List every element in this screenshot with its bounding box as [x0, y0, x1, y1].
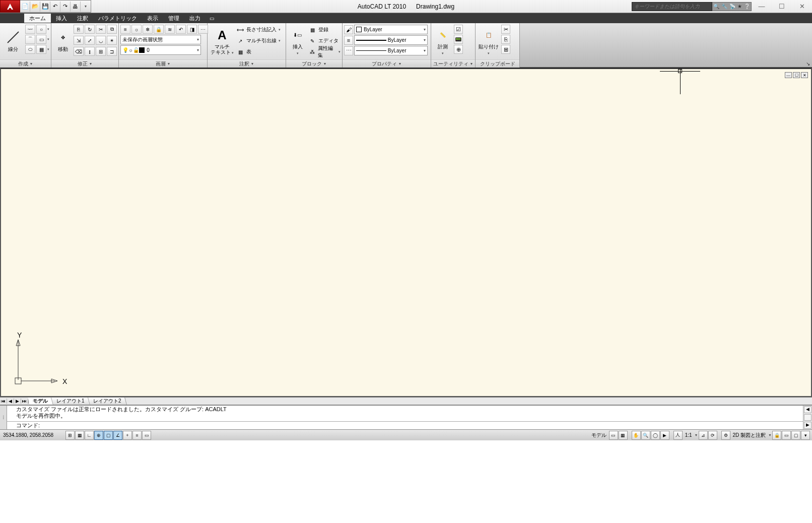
qat-save-icon[interactable]: 💾: [40, 2, 50, 12]
array-icon[interactable]: ⊞: [96, 47, 106, 56]
dyn-toggle[interactable]: +: [123, 431, 132, 440]
tab-last-icon[interactable]: ⏭: [21, 399, 28, 404]
block-editor-button[interactable]: ✎エディタ: [308, 36, 341, 46]
qat-open-icon[interactable]: 📂: [30, 2, 40, 12]
mtext-button[interactable]: A マルチテキスト ▾: [209, 25, 235, 58]
maximize-button[interactable]: ☐: [772, 0, 792, 13]
close-button[interactable]: ✕: [792, 0, 812, 13]
help-icon[interactable]: ❔: [744, 4, 750, 9]
explode-icon[interactable]: ✴: [107, 36, 117, 45]
ortho-toggle[interactable]: ∟: [85, 431, 94, 440]
id-point-icon[interactable]: ⊕: [454, 45, 463, 54]
tab-annotate[interactable]: 注釈: [72, 14, 93, 23]
circle-icon[interactable]: ○: [36, 25, 46, 34]
qat-new-icon[interactable]: 📄: [20, 2, 30, 12]
panel-launcher-icon[interactable]: ↘: [806, 61, 810, 67]
annotation-scale[interactable]: 1:1: [683, 432, 694, 438]
layer-iso-icon[interactable]: ◨: [187, 25, 197, 34]
osnap-toggle[interactable]: ▢: [104, 431, 113, 440]
fillet-icon[interactable]: ◡: [96, 36, 106, 45]
qat-print-icon[interactable]: 🖶: [71, 2, 81, 12]
viewport-maximize-icon[interactable]: ☐: [793, 72, 800, 78]
tab-next-icon[interactable]: ▶: [14, 399, 21, 404]
workspace-label[interactable]: 2D 製図と注釈: [731, 432, 768, 439]
scroll-right-icon[interactable]: ▶: [804, 422, 811, 429]
dimension-button[interactable]: ⟷長さ寸法記入▾: [236, 25, 281, 35]
list-icon[interactable]: ≡: [344, 36, 353, 45]
comm-icon[interactable]: 📡: [729, 4, 735, 9]
model-space-button[interactable]: モデル: [589, 432, 608, 439]
layer-state-dropdown[interactable]: 未保存の画層状態: [120, 35, 201, 44]
otrack-toggle[interactable]: ∠: [113, 431, 122, 440]
search-icon[interactable]: 🔍: [713, 4, 719, 9]
viewport-minimize-icon[interactable]: —: [785, 72, 792, 78]
search-input[interactable]: [632, 2, 712, 11]
join-icon[interactable]: ⊐: [107, 47, 117, 56]
zoom-icon[interactable]: 🔍: [641, 431, 650, 440]
favorites-icon[interactable]: ★: [737, 4, 742, 9]
viewport-close-icon[interactable]: ✕: [801, 72, 808, 78]
steering-icon[interactable]: ◯: [651, 431, 660, 440]
layer-prev-icon[interactable]: ↶: [176, 25, 186, 34]
qp-toggle[interactable]: ▭: [142, 431, 151, 440]
tab-prev-icon[interactable]: ◀: [7, 399, 14, 404]
polar-toggle[interactable]: ⊕: [94, 431, 103, 440]
lwt-toggle[interactable]: ≡: [132, 431, 142, 440]
drawing-canvas[interactable]: — ☐ ✕ Y X: [0, 68, 812, 397]
block-create-button[interactable]: ▦登録: [308, 25, 341, 35]
cut-icon[interactable]: ✂: [501, 25, 510, 34]
tab-home[interactable]: ホーム: [24, 14, 51, 23]
tab-parametric[interactable]: パラメトリック: [93, 14, 142, 23]
toolbar-lock-icon[interactable]: 🔒: [772, 431, 781, 440]
tab-first-icon[interactable]: ⏮: [0, 399, 7, 404]
table-button[interactable]: ▦表: [236, 47, 281, 57]
linetype-dropdown[interactable]: ByLayer: [354, 46, 428, 55]
quickview-drawings-icon[interactable]: ▦: [619, 431, 628, 440]
qat-undo-icon[interactable]: ↶: [50, 2, 60, 12]
lt-icon[interactable]: ⋯: [344, 46, 353, 55]
rect-icon[interactable]: ▭: [36, 35, 46, 44]
layer-match-icon[interactable]: ≋: [165, 25, 175, 34]
tab-view[interactable]: 表示: [142, 14, 163, 23]
hardware-icon[interactable]: ▭: [782, 431, 791, 440]
erase-icon[interactable]: ⌫: [74, 47, 84, 56]
app-menu-button[interactable]: [0, 0, 20, 13]
layout-tab-2[interactable]: レイアウト2: [88, 398, 126, 405]
workspace-icon[interactable]: ⚙: [721, 431, 730, 440]
tab-insert[interactable]: 挿入: [51, 14, 72, 23]
arc-icon[interactable]: ⌒: [25, 35, 35, 44]
quickview-layouts-icon[interactable]: ▭: [609, 431, 618, 440]
tab-manage[interactable]: 管理: [163, 14, 184, 23]
scroll-left-icon[interactable]: ◀: [804, 406, 811, 413]
lineweight-dropdown[interactable]: ByLayer: [354, 35, 428, 45]
showmotion-icon[interactable]: ▶: [660, 431, 669, 440]
layer-prop-icon[interactable]: ≡: [120, 25, 130, 34]
qat-redo-icon[interactable]: ↷: [60, 2, 71, 12]
pan-icon[interactable]: ✋: [632, 431, 641, 440]
insert-block-button[interactable]: ⬇▭ 挿入▾: [288, 25, 307, 58]
match-prop-icon[interactable]: 🖌: [344, 25, 353, 34]
minimize-button[interactable]: —: [752, 0, 772, 13]
layer-off-icon[interactable]: ☼: [131, 25, 142, 34]
quickcalc-icon[interactable]: 📟: [454, 35, 463, 44]
status-tray-icon[interactable]: ▾: [801, 431, 810, 440]
coordinates-display[interactable]: 3534.1880, 2058.2058: [0, 432, 65, 438]
mleader-button[interactable]: ↗マルチ引出線▾: [236, 36, 281, 46]
annoauto-icon[interactable]: ⟳: [708, 431, 717, 440]
select-all-icon[interactable]: ☑: [454, 25, 463, 34]
command-grip-icon[interactable]: ⁞: [0, 406, 7, 429]
command-scrollbar[interactable]: ◀ ▶: [803, 406, 812, 429]
annovis-icon[interactable]: ⊿: [699, 431, 708, 440]
layer-current-dropdown[interactable]: 💡 ☼ 🔓 0: [120, 45, 201, 55]
offset-icon[interactable]: ⫿: [85, 47, 95, 56]
clean-screen-icon[interactable]: ▢: [791, 431, 800, 440]
attedit-button[interactable]: ⁂属性編集▾: [308, 47, 341, 57]
layer-lock-icon[interactable]: 🔒: [154, 25, 164, 34]
tab-output[interactable]: 出力: [184, 14, 206, 23]
measure-button[interactable]: 📏 計測▾: [433, 25, 453, 58]
layout-tab-model[interactable]: モデル: [28, 398, 53, 405]
rotate-icon[interactable]: ↻: [85, 25, 95, 34]
layout-tab-1[interactable]: レイアウト1: [51, 398, 90, 405]
trim-icon[interactable]: ✂: [96, 25, 106, 34]
line-button[interactable]: 線分: [2, 25, 24, 58]
